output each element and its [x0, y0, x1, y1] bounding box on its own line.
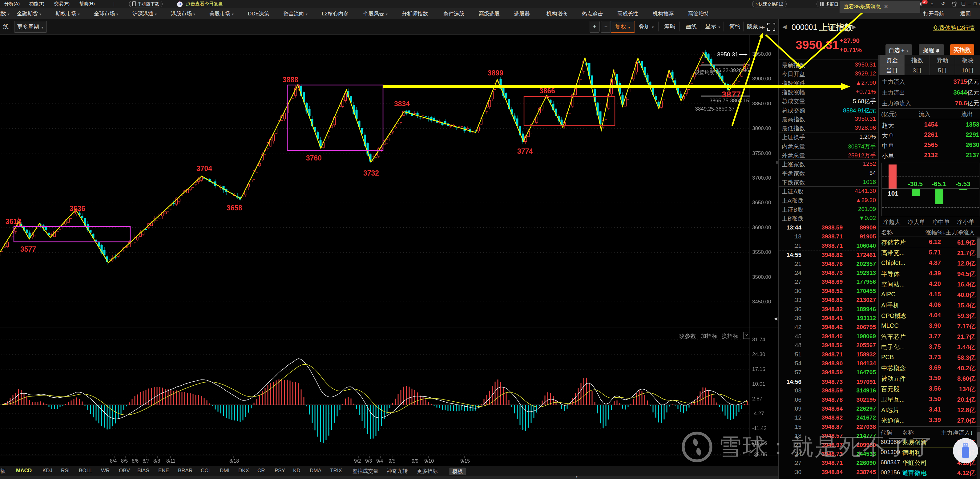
bottom-tab-CCI[interactable]: CCI	[201, 468, 210, 474]
sector-row-MLCC[interactable]: MLCC3.907.17亿	[879, 321, 977, 331]
period-current[interactable]: 线	[0, 21, 12, 32]
bottom-tab-BOLL[interactable]: BOLL	[79, 468, 92, 474]
bottom-tab-BIAS[interactable]: BIAS	[137, 468, 150, 474]
market-tab-11[interactable]: 分析师指数	[402, 10, 428, 17]
prev-stock-icon[interactable]: ◀	[782, 23, 787, 30]
skin-icon[interactable]	[951, 2, 957, 6]
fund-period-当日[interactable]: 当日	[879, 65, 905, 75]
panel-drag-handle[interactable]: ⠿	[776, 162, 779, 164]
sector-row-空间站...[interactable]: 空间站...4.2016.4亿	[879, 279, 977, 289]
sector-header-pct[interactable]: 涨幅%↓	[926, 228, 945, 236]
market-tab-19[interactable]: 高管增持	[688, 10, 709, 17]
bottom-tab-模板[interactable]: 模板	[450, 468, 466, 475]
sector-row-中芯概念[interactable]: 中芯概念3.6940.2亿	[879, 363, 977, 374]
toolbar-+-button[interactable]: +	[590, 21, 600, 33]
stock-header-flow[interactable]: 主力净流入↓	[941, 429, 973, 437]
bottom-tab-TRIX[interactable]: TRIX	[330, 468, 342, 474]
bottom-tab-KD[interactable]: KD	[293, 468, 301, 474]
sector-row-存储芯片[interactable]: 存储芯片6.1261.9亿	[879, 237, 977, 248]
toolbar-简约-button[interactable]: 简约	[725, 21, 745, 32]
bottom-tab-ENE[interactable]: ENE	[158, 468, 169, 474]
bottom-tab-BRAR[interactable]: BRAR	[178, 468, 192, 474]
restore-window-icon[interactable]: ❏	[960, 1, 967, 6]
sector-row-半导体[interactable]: 半导体4.3994.5亿	[879, 268, 977, 279]
menu-0[interactable]: 分析(A)	[4, 1, 20, 7]
sector-row-AIPC[interactable]: AIPC4.1540.0亿	[879, 289, 977, 300]
bottom-tab-CR[interactable]: CR	[258, 468, 265, 474]
home-icon[interactable]: ⌂	[929, 1, 935, 6]
fund-tab-资金[interactable]: 资金	[879, 55, 905, 65]
back-link[interactable]: 返回	[960, 10, 971, 17]
sector-row-PCB[interactable]: PCB3.7358.3亿	[879, 352, 977, 363]
market-tab-12[interactable]: 条件选股	[443, 10, 464, 17]
market-tab-0[interactable]: 指数▼	[0, 10, 10, 17]
buy-index-button[interactable]: 买指数	[950, 44, 974, 56]
fund-tab-指数[interactable]: 指数	[905, 55, 930, 65]
usb-drive-icon[interactable]	[953, 437, 978, 466]
fund-period-5日[interactable]: 5日	[930, 65, 955, 75]
alert-button[interactable]: 提醒	[919, 44, 944, 56]
multi-window-button[interactable]: 多窗口	[816, 1, 842, 7]
bottom-tab-DMI[interactable]: DMI	[220, 468, 229, 474]
sector-row-光通信...[interactable]: 光通信...3.3927.0亿	[879, 415, 977, 426]
toolbar-筹码-button[interactable]: 筹码	[660, 21, 680, 32]
sector-header-flow[interactable]: 主力净流入	[945, 228, 975, 236]
menu-2[interactable]: 交易(E)	[54, 1, 70, 7]
toolbar-画线-button[interactable]: 画线	[681, 21, 702, 32]
panel-collapse-icon[interactable]: ◀	[774, 316, 777, 321]
indicator-加指标-button[interactable]: 加指标	[701, 332, 718, 340]
sector-row-AI芯片[interactable]: AI芯片3.4112.8亿	[879, 405, 977, 415]
daily-review-link[interactable]: 点击查看今日复盘	[186, 1, 223, 7]
ma-settings-button[interactable]: 设置均线 ▼	[695, 70, 721, 76]
refresh-icon[interactable]: ↺	[940, 1, 947, 6]
sector-row-汽车芯片[interactable]: 汽车芯片3.7721.7亿	[879, 331, 977, 342]
menu-3[interactable]: 帮助(H)	[79, 1, 95, 7]
fund-tab-异动[interactable]: 异动	[930, 55, 955, 65]
sector-row-卫星互...[interactable]: 卫星互...3.5020.1亿	[879, 394, 977, 405]
bottom-tab-KDJ[interactable]: KDJ	[43, 468, 52, 474]
market-tab-18[interactable]: 机构推荐	[653, 10, 674, 17]
bottom-tab-OBV[interactable]: OBV	[119, 468, 130, 474]
add-watchlist-button[interactable]: 自选 + ▼	[886, 44, 912, 56]
scrollbar-thumb[interactable]	[977, 238, 980, 258]
l2-trial-link[interactable]: 免费体验L2行情	[933, 24, 975, 32]
toolbar-叠加-button[interactable]: 叠加 ▼	[635, 21, 658, 32]
stock-row-002156[interactable]: 002156通富微电4.12亿	[879, 468, 977, 478]
tooltip-close-icon[interactable]: ✕	[884, 4, 888, 9]
market-tab-7[interactable]: DDE决策	[248, 10, 269, 17]
kline-chart[interactable]: 3950.003900.003850.003800.003750.003700.…	[0, 35, 778, 466]
indicator-close-icon[interactable]: ✕	[743, 332, 750, 339]
market-tab-14[interactable]: 选股器	[514, 10, 530, 17]
toolbar-隐藏-button[interactable]: 隐藏 ▶▶	[745, 21, 767, 32]
bottom-tab-PSY[interactable]: PSY	[275, 468, 285, 474]
indicator-改参数-button[interactable]: 改参数	[679, 332, 696, 340]
menu-1[interactable]: 功能(T)	[29, 1, 45, 7]
fund-period-10日[interactable]: 10日	[955, 65, 980, 75]
sector-row-高带宽...[interactable]: 高带宽...5.7121.7亿	[879, 247, 977, 258]
market-tab-16[interactable]: 热点追击	[582, 10, 603, 17]
sector-row-百元股[interactable]: 百元股3.56134亿	[879, 384, 977, 394]
market-tab-13[interactable]: 高级选股	[479, 10, 500, 17]
market-tab-4[interactable]: 沪深港通▼	[132, 10, 158, 17]
bottom-tab-更多指标[interactable]: 更多指标	[417, 468, 438, 475]
market-tab-3[interactable]: 全球市场▼	[94, 10, 119, 17]
sector-row-Chiplet...[interactable]: Chiplet...4.8712.8亿	[879, 258, 977, 268]
fullscreen-icon[interactable]	[767, 23, 775, 31]
bottom-tab-DKX[interactable]: DKX	[238, 468, 249, 474]
bottom-tab-交额[interactable]: 交额	[0, 468, 6, 475]
phone-download-button[interactable]: 手机版下载	[129, 1, 162, 7]
collapse-down-icon[interactable]: ▼	[575, 475, 578, 478]
indicator-换指标-button[interactable]: 换指标	[722, 332, 738, 340]
sector-row-电子化...[interactable]: 电子化...3.753.44亿	[879, 342, 977, 352]
fund-period-3日[interactable]: 3日	[905, 65, 930, 75]
more-periods-button[interactable]: 更多周期 ▼	[14, 21, 47, 33]
market-tab-2[interactable]: 期权市场▼	[56, 10, 80, 17]
toolbar-显示-button[interactable]: 显示 ▼	[702, 21, 724, 32]
sector-row-CPO概念[interactable]: CPO概念4.0459.3亿	[879, 310, 977, 321]
market-tab-17[interactable]: 高成长性	[617, 10, 638, 17]
market-tab-15[interactable]: 机构增仓	[547, 10, 568, 17]
sector-row-AI手机[interactable]: AI手机4.0615.4亿	[879, 300, 977, 310]
next-stock-icon[interactable]: ▶	[852, 23, 856, 30]
sector-scrollbar[interactable]	[977, 237, 980, 426]
market-tab-9[interactable]: L2核心内参	[322, 10, 348, 17]
